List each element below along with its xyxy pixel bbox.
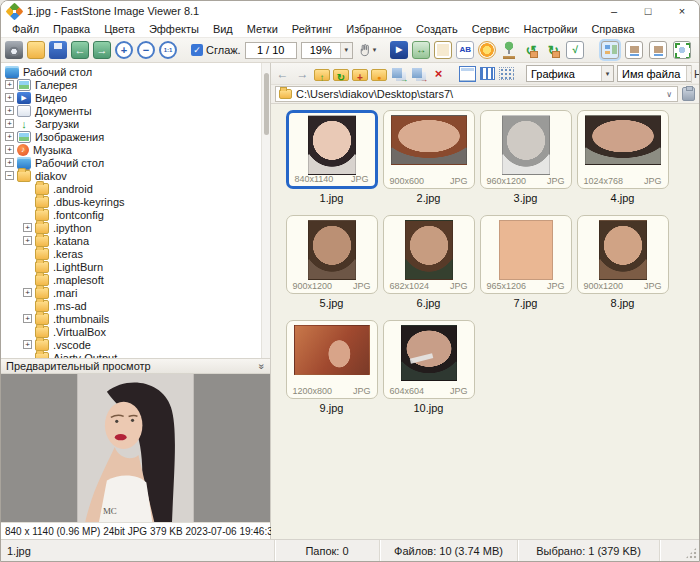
expand-toggle-icon[interactable]: + — [5, 119, 14, 128]
menu-item[interactable]: Вид — [206, 23, 240, 35]
menu-item[interactable]: Эффекты — [142, 23, 206, 35]
menu-item[interactable]: Настройки — [516, 23, 584, 35]
tree-item[interactable]: .dbus-keyrings — [3, 195, 270, 208]
crop-icon[interactable] — [434, 41, 452, 59]
expand-toggle-icon[interactable]: + — [5, 106, 14, 115]
7.jpg[interactable]: 965x1206 JPG 7.jpg — [477, 215, 574, 316]
expand-toggle-icon[interactable]: + — [23, 340, 32, 349]
6.jpg[interactable]: 682x1024 JPG 6.jpg — [380, 215, 477, 316]
clipboard-icon[interactable] — [682, 87, 695, 101]
minimize-button[interactable]: – — [597, 1, 631, 21]
screen-color-picker-icon[interactable] — [500, 41, 518, 59]
zoom-level-combo[interactable]: 19% ▾ — [301, 42, 353, 59]
thumbnail-card[interactable]: 960x1200 JPG — [480, 110, 572, 189]
previous-image-icon[interactable]: ← — [71, 41, 89, 59]
expand-toggle-icon[interactable]: + — [5, 132, 14, 141]
tree-item[interactable]: + .katana — [3, 234, 270, 247]
tree-item[interactable]: + .mari — [3, 286, 270, 299]
zoom-out-icon[interactable]: − — [137, 41, 155, 59]
thumbnail-card[interactable]: 1024x768 JPG — [577, 110, 669, 189]
hand-tool-button[interactable]: ▾ — [357, 43, 377, 58]
forward-icon[interactable]: → — [294, 66, 311, 82]
view-detail-icon[interactable] — [499, 67, 514, 80]
layout-viewer-icon[interactable] — [625, 41, 643, 59]
tree-item[interactable]: + Документы — [3, 104, 270, 117]
tree-item[interactable]: .VirtualBox — [3, 325, 270, 338]
chevron-down-icon[interactable]: ▾ — [340, 43, 352, 58]
view-thumbnails-icon[interactable] — [459, 66, 476, 82]
back-icon[interactable]: ← — [274, 66, 291, 82]
thumbnail-card[interactable]: 900x1200 JPG — [577, 215, 669, 294]
save-as-icon[interactable] — [49, 41, 67, 59]
expand-toggle-icon[interactable]: − — [5, 171, 14, 180]
file-filter-combo[interactable]: Графика ▾ — [526, 65, 614, 82]
next-image-icon[interactable]: → — [93, 41, 111, 59]
slideshow-icon[interactable]: ▶ — [390, 41, 408, 59]
page-indicator-field[interactable]: 1 / 10 — [245, 42, 297, 59]
chevron-down-icon[interactable]: ▾ — [601, 66, 613, 81]
rotate-left-icon[interactable]: ↺ — [522, 41, 540, 59]
smooth-checkbox[interactable]: ✓ Сглаж. — [191, 44, 241, 56]
adjust-colors-icon[interactable] — [478, 41, 496, 59]
tree-item[interactable]: + .thumbnails — [3, 312, 270, 325]
tree-item[interactable]: + Музыка — [3, 143, 270, 156]
folder-history-icon[interactable] — [371, 69, 387, 81]
fullscreen-icon[interactable] — [673, 41, 691, 59]
9.jpg[interactable]: 1200x800 JPG 9.jpg — [283, 320, 380, 421]
image-compare-icon[interactable]: √ — [566, 41, 584, 59]
tree-item[interactable]: + .ipython — [3, 221, 270, 234]
tree-item[interactable]: .ms-ad — [3, 299, 270, 312]
tree-item[interactable]: .maplesoft — [3, 273, 270, 286]
rotate-right-icon[interactable]: ↻ — [544, 41, 562, 59]
1.jpg[interactable]: 840x1140 JPG 1.jpg — [283, 110, 380, 211]
address-input[interactable]: C:\Users\diakov\Desktop\stars7\ ∨ — [275, 86, 678, 102]
tree-item[interactable]: .android — [3, 182, 270, 195]
tree-item[interactable]: .LightBurn — [3, 260, 270, 273]
expand-toggle-icon[interactable]: + — [5, 80, 14, 89]
4.jpg[interactable]: 1024x768 JPG 4.jpg — [574, 110, 671, 211]
view-list-icon[interactable] — [480, 67, 495, 80]
menu-item[interactable]: Избранное — [339, 23, 409, 35]
tree-item[interactable]: + Изображения — [3, 130, 270, 143]
menu-item[interactable]: Рейтинг — [285, 23, 339, 35]
truncated-button[interactable]: Н — [691, 65, 699, 83]
2.jpg[interactable]: 900x600 JPG 2.jpg — [380, 110, 477, 211]
folder-new-icon[interactable] — [352, 69, 368, 81]
zoom-in-icon[interactable]: + — [115, 41, 133, 59]
tree-item[interactable]: + .vscode — [3, 338, 270, 351]
menu-item[interactable]: Правка — [46, 23, 97, 35]
menu-item[interactable]: Сервис — [465, 23, 517, 35]
expand-toggle-icon[interactable]: + — [5, 93, 14, 102]
tree-item[interactable]: + Загрузки — [3, 117, 270, 130]
tree-item[interactable]: .fontconfig — [3, 208, 270, 221]
folder-refresh-icon[interactable] — [333, 69, 349, 81]
tree-scrollbar[interactable] — [261, 63, 270, 358]
tree-item[interactable]: Aiarty Output — [3, 351, 270, 359]
batch-rename-icon[interactable]: АВ — [456, 41, 474, 59]
open-file-icon[interactable] — [27, 41, 45, 59]
layout-browser-icon[interactable] — [601, 41, 619, 59]
8.jpg[interactable]: 900x1200 JPG 8.jpg — [574, 215, 671, 316]
chevron-down-icon[interactable]: ∨ — [666, 90, 674, 99]
expand-toggle-icon[interactable]: + — [23, 314, 32, 323]
thumbnail-card[interactable]: 965x1206 JPG — [480, 215, 572, 294]
thumbnail-card[interactable]: 604x604 JPG — [383, 320, 475, 399]
resize-icon[interactable]: ↔ — [412, 41, 430, 59]
5.jpg[interactable]: 900x1200 JPG 5.jpg — [283, 215, 380, 316]
10.jpg[interactable]: 604x604 JPG 10.jpg — [380, 320, 477, 421]
tree-item[interactable]: .keras — [3, 247, 270, 260]
expand-toggle-icon[interactable]: + — [5, 145, 14, 154]
tree-item[interactable]: Рабочий стол — [3, 65, 270, 78]
menu-item[interactable]: Цвета — [97, 23, 142, 35]
thumbnail-card[interactable]: 682x1024 JPG — [383, 215, 475, 294]
menu-item[interactable]: Создать — [409, 23, 465, 35]
delete-icon[interactable]: × — [430, 66, 447, 82]
layout-full-image-icon[interactable] — [649, 41, 667, 59]
thumbnail-card[interactable]: 900x1200 JPG — [286, 215, 378, 294]
expand-toggle-icon[interactable]: + — [23, 288, 32, 297]
zoom-actual-size-icon[interactable]: 1:1 — [159, 41, 177, 59]
folder-up-icon[interactable] — [314, 69, 330, 81]
maximize-button[interactable]: □ — [631, 1, 665, 21]
menu-item[interactable]: Справка — [584, 23, 641, 35]
collapse-chevron-icon[interactable]: » — [257, 363, 268, 369]
